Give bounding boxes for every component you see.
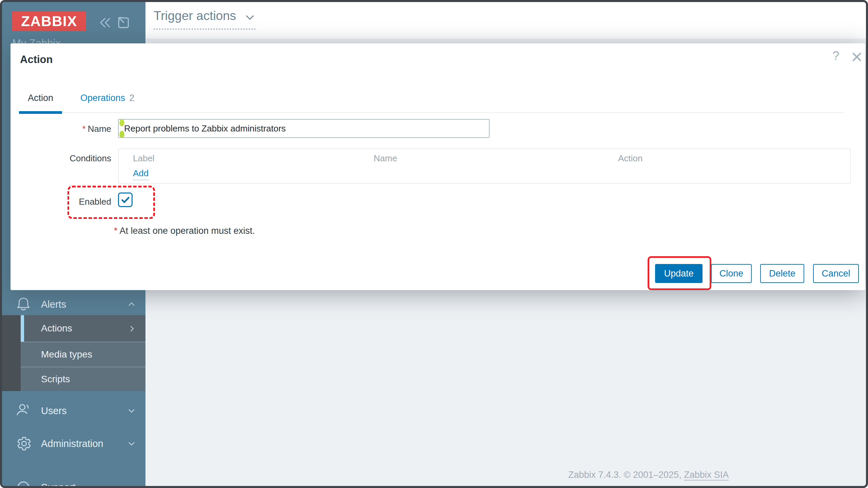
conditions-label: Conditions (31, 153, 111, 164)
sidebar-item-label: Media types (41, 349, 92, 360)
add-condition-link[interactable]: Add (133, 168, 149, 180)
cursor-artifact-dot (119, 119, 124, 126)
conditions-column-name: Name (374, 153, 397, 164)
sidebar-item-scripts[interactable]: Scripts (21, 367, 145, 391)
sidebar-collapse-button[interactable] (98, 16, 112, 30)
help-icon[interactable]: ? (832, 49, 840, 63)
submenu-gutter (2, 315, 21, 391)
bell-icon (15, 296, 32, 313)
tab-label: Action (28, 93, 53, 103)
cursor-artifact-dot (119, 131, 124, 138)
page-title-dropdown[interactable]: Trigger actions (154, 9, 256, 30)
sidebar-item-users[interactable]: Users (2, 398, 145, 424)
name-input[interactable] (118, 119, 490, 138)
double-chevron-left-icon (98, 16, 112, 30)
conditions-column-label: Label (133, 153, 155, 164)
tab-operations[interactable]: Operations2 (72, 91, 143, 112)
tab-count-badge: 2 (129, 93, 134, 103)
footer-version: Zabbix 7.4.3. © 2001–2025, (568, 470, 684, 480)
conditions-column-action: Action (618, 153, 643, 164)
sidebar-item-administration[interactable]: Administration (2, 430, 145, 457)
dialog-tabs: Action Operations2 (19, 91, 844, 113)
sidebar-item-media-types[interactable]: Media types (21, 342, 145, 367)
conditions-table: Label Name Action Add (118, 148, 851, 184)
sidebar-item-support[interactable]: Support (2, 474, 145, 488)
close-icon[interactable] (851, 51, 863, 63)
user-icon (15, 402, 32, 420)
delete-button[interactable]: Delete (760, 264, 804, 283)
sidebar-item-label: Support (41, 482, 76, 488)
name-label: *Name (31, 124, 111, 134)
required-marker: * (114, 226, 118, 236)
gear-icon (15, 435, 32, 452)
page-title: Trigger actions (154, 9, 236, 23)
chevron-down-icon (127, 439, 136, 448)
sidebar-item-label: Administration (41, 438, 103, 449)
alerts-submenu: Actions Media types Scripts (2, 315, 145, 391)
dialog-title: Action (20, 54, 53, 66)
footer: Zabbix 7.4.3. © 2001–2025, Zabbix SIA (568, 470, 729, 480)
sidebar-item-label: Users (41, 405, 67, 416)
pop-out-icon (116, 16, 131, 30)
enabled-checkbox[interactable] (118, 192, 133, 207)
action-dialog: Action ? Action Operations2 *Name Condit… (11, 43, 865, 290)
sidebar-item-alerts[interactable]: Alerts (2, 291, 145, 318)
required-marker: * (82, 124, 86, 134)
chevron-down-icon (127, 406, 136, 415)
headset-icon (15, 479, 32, 488)
update-button[interactable]: Update (655, 264, 703, 283)
required-note: *At least one operation must exist. (114, 226, 255, 236)
enabled-label: Enabled (31, 197, 111, 207)
checkmark-icon (120, 195, 131, 205)
chevron-down-icon (244, 12, 256, 23)
tab-action[interactable]: Action (19, 91, 62, 112)
footer-zabbix-sia-link[interactable]: Zabbix SIA (684, 470, 729, 481)
sidebar-item-actions[interactable]: Actions (21, 315, 145, 342)
clone-button[interactable]: Clone (711, 264, 752, 283)
tab-label: Operations (80, 93, 125, 103)
sidebar-popout-button[interactable] (116, 16, 131, 30)
chevron-right-icon (128, 324, 136, 332)
sidebar-item-label: Scripts (41, 374, 70, 385)
sidebar-item-label: Alerts (41, 299, 66, 310)
screenshot-frame: Trigger actions Zabbix 7.4.3. © 2001–202… (0, 0, 868, 488)
chevron-up-icon (127, 300, 136, 309)
cancel-button[interactable]: Cancel (813, 264, 859, 283)
sidebar-item-label: Actions (41, 323, 72, 334)
zabbix-logo[interactable]: ZABBIX (12, 12, 86, 31)
